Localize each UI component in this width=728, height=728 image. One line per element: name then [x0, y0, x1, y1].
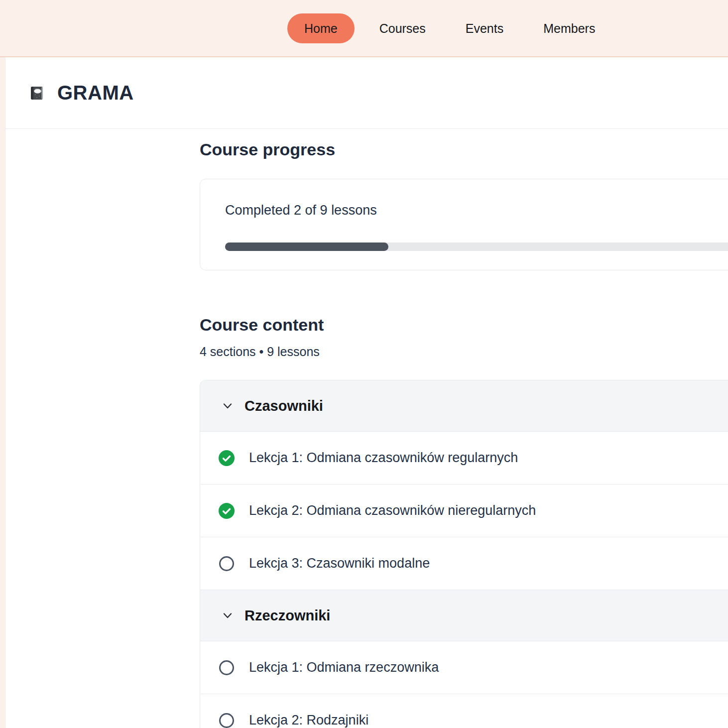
- lesson-title: Lekcja 1: Odmiana czasowników regularnyc…: [249, 450, 518, 466]
- course-content-heading: Course content: [200, 315, 728, 334]
- lesson-incomplete-icon: [219, 556, 235, 572]
- main-panel: GRAMA Course progress Completed 2 of 9 l…: [5, 57, 728, 728]
- course-content-summary: 4 sections • 9 lessons: [200, 344, 728, 359]
- lesson-incomplete-icon: [219, 660, 235, 676]
- course-content-list: CzasownikiLekcja 1: Odmiana czasowników …: [200, 380, 728, 728]
- lesson-incomplete-icon: [219, 713, 235, 728]
- course-header: GRAMA: [5, 57, 728, 129]
- nav-item-events[interactable]: Events: [466, 13, 503, 43]
- lesson-row[interactable]: Lekcja 3: Czasowniki modalne: [200, 537, 728, 590]
- lesson-row[interactable]: Lekcja 1: Odmiana czasowników regularnyc…: [200, 432, 728, 485]
- section-header[interactable]: Czasowniki: [200, 380, 728, 432]
- lesson-completed-icon: [219, 450, 235, 466]
- section-title: Czasowniki: [244, 398, 323, 414]
- progress-bar-fill: [225, 243, 388, 251]
- nav-item-courses[interactable]: Courses: [379, 13, 426, 43]
- course-progress-heading: Course progress: [200, 140, 728, 159]
- chevron-down-icon: [222, 610, 233, 621]
- progress-bar-track: [225, 243, 728, 251]
- nav-item-home[interactable]: Home: [287, 13, 355, 43]
- lesson-row[interactable]: Lekcja 2: Odmiana czasowników nieregular…: [200, 485, 728, 537]
- lesson-title: Lekcja 2: Odmiana czasowników nieregular…: [249, 503, 536, 518]
- lesson-row[interactable]: Lekcja 2: Rodzajniki: [200, 694, 728, 728]
- main-content: Course progress Completed 2 of 9 lessons…: [200, 140, 728, 728]
- nav-items: HomeCoursesEventsMembers: [287, 0, 595, 56]
- top-navigation: HomeCoursesEventsMembers: [0, 0, 728, 57]
- chevron-down-icon: [222, 400, 233, 411]
- lesson-title: Lekcja 2: Rodzajniki: [249, 713, 368, 728]
- lesson-row[interactable]: Lekcja 1: Odmiana rzeczownika: [200, 641, 728, 694]
- lesson-title: Lekcja 1: Odmiana rzeczownika: [249, 660, 439, 675]
- page-title: GRAMA: [57, 82, 134, 104]
- notebook-icon: [29, 86, 44, 101]
- lesson-completed-icon: [219, 503, 235, 519]
- course-progress-card: Completed 2 of 9 lessons: [200, 179, 728, 270]
- progress-status-text: Completed 2 of 9 lessons: [225, 202, 728, 218]
- lesson-title: Lekcja 3: Czasowniki modalne: [249, 556, 430, 571]
- section-header[interactable]: Rzeczowniki: [200, 590, 728, 641]
- section-title: Rzeczowniki: [244, 607, 330, 624]
- nav-item-members[interactable]: Members: [543, 13, 595, 43]
